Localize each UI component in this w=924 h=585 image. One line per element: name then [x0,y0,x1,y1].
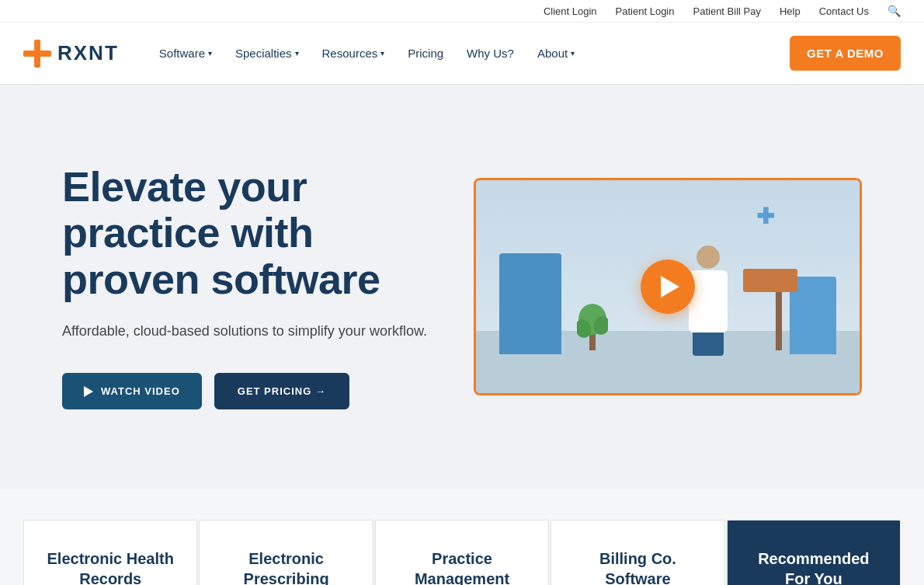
chevron-down-icon: ▾ [295,49,299,57]
contact-us-link[interactable]: Contact Us [819,5,869,17]
chevron-down-icon: ▾ [571,49,575,57]
get-pricing-button[interactable]: GET PRICING → [214,373,349,409]
hero-section: Elevate your practice with proven softwa… [0,85,924,489]
chevron-down-icon: ▾ [208,49,212,57]
feature-card-ehr: Electronic Health Records Improve patien… [23,520,197,585]
person-legs [693,333,724,356]
person-head [696,245,720,269]
nav-software[interactable]: Software ▾ [150,40,221,66]
get-demo-button[interactable]: GET A DEMO [790,36,901,71]
play-triangle-icon [661,276,679,298]
recommended-title: Recommended For You [746,548,881,585]
feature-card-pm: Practice Management Get paid faster with… [375,520,549,585]
hero-subtitle: Affordable, cloud-based solutions to sim… [62,321,427,342]
search-icon[interactable]: 🔍 [888,5,901,17]
svg-rect-1 [34,40,40,68]
chevron-down-icon: ▾ [380,49,384,57]
patient-login-link[interactable]: Patient Login [616,5,675,17]
nav-resources[interactable]: Resources ▾ [313,40,394,66]
client-login-link[interactable]: Client Login [544,5,597,17]
hero-content: Elevate your practice with proven softwa… [62,164,427,409]
nav-links: Software ▾ Specialties ▾ Resources ▾ Pri… [150,40,777,66]
feature-card-erx: Electronic Prescribing Prescribe safely … [199,520,373,585]
person-body [689,270,728,333]
hero-video: ✚ [474,178,862,395]
medical-cross-icon: ✚ [756,204,774,229]
patient-bill-pay-link[interactable]: Patient Bill Pay [693,5,761,17]
nav-why-us[interactable]: Why Us? [457,40,523,66]
erx-title: Electronic Prescribing [218,548,353,585]
watch-video-button[interactable]: WATCH VIDEO [62,373,202,409]
logo[interactable]: RXNT [23,40,119,68]
logo-text: RXNT [57,41,119,65]
nav-about[interactable]: About ▾ [528,40,584,66]
billing-title: Billing Co. Software [570,548,705,585]
feature-card-recommended: Recommended For You See the latest resou… [727,520,901,585]
door-left [499,253,561,354]
hero-title: Elevate your practice with proven softwa… [62,164,427,302]
utility-bar: Client Login Patient Login Patient Bill … [0,0,924,23]
plant-icon [577,296,608,350]
sign-board [743,269,797,292]
video-thumbnail[interactable]: ✚ [474,178,862,395]
help-link[interactable]: Help [780,5,801,17]
rxnt-logo-icon [23,40,51,68]
features-section: Electronic Health Records Improve patien… [0,489,924,585]
play-button[interactable] [641,259,695,314]
ehr-title: Electronic Health Records [43,548,178,585]
nav-specialties[interactable]: Specialties ▾ [226,40,308,66]
feature-card-billing: Billing Co. Software Increase profitabil… [551,520,724,585]
main-nav: RXNT Software ▾ Specialties ▾ Resources … [0,23,924,85]
nav-pricing[interactable]: Pricing [398,40,453,66]
play-icon [84,386,93,397]
pm-title: Practice Management [394,548,530,585]
hero-buttons: WATCH VIDEO GET PRICING → [62,373,427,409]
